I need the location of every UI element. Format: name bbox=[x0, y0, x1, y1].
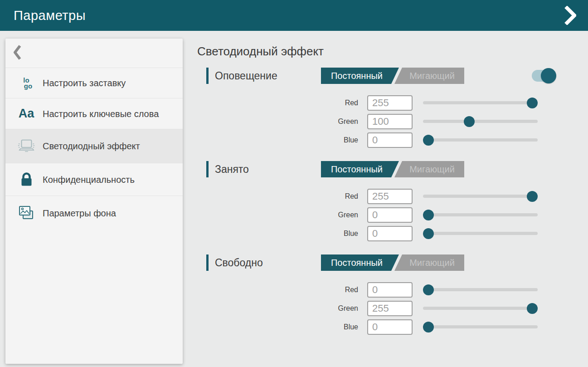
green-row: Green bbox=[206, 300, 588, 317]
slider-track bbox=[423, 101, 538, 104]
blue-slider[interactable] bbox=[423, 135, 538, 146]
green-value-input[interactable] bbox=[367, 207, 413, 223]
chevron-right-icon[interactable] bbox=[564, 6, 576, 25]
section-notification: Оповещение Постоянный Мигающий Red bbox=[197, 66, 588, 148]
slider-thumb[interactable] bbox=[423, 135, 434, 146]
red-slider[interactable] bbox=[423, 284, 538, 295]
red-value-input[interactable] bbox=[367, 282, 413, 298]
green-slider[interactable] bbox=[423, 303, 538, 314]
blue-value-input[interactable] bbox=[367, 226, 413, 241]
sidebar-item-keywords[interactable]: Aa Настроить ключевые слова bbox=[5, 98, 183, 129]
accent-bar bbox=[206, 161, 209, 177]
slider-track bbox=[423, 307, 538, 310]
led-screen-icon bbox=[16, 138, 36, 154]
slider-track bbox=[423, 213, 538, 216]
blue-label: Blue bbox=[320, 136, 358, 144]
green-row: Green bbox=[206, 113, 588, 130]
red-label: Red bbox=[320, 192, 358, 201]
green-value-input[interactable] bbox=[367, 301, 413, 316]
settings-sidebar: lo go Настроить заставку Aa Настроить кл… bbox=[5, 39, 183, 364]
app-title: Параметры bbox=[14, 8, 86, 23]
slider-thumb[interactable] bbox=[527, 191, 538, 202]
green-label: Green bbox=[320, 211, 358, 219]
blue-row: Blue bbox=[206, 132, 588, 148]
red-row: Red bbox=[206, 282, 588, 298]
mode-blinking-button[interactable]: Мигающий bbox=[394, 68, 464, 84]
sidebar-item-splash-screen[interactable]: lo go Настроить заставку bbox=[5, 68, 183, 98]
red-row: Red bbox=[206, 95, 588, 111]
blue-value-input[interactable] bbox=[367, 132, 413, 148]
green-slider[interactable] bbox=[423, 116, 538, 127]
mode-solid-button[interactable]: Постоянный bbox=[321, 161, 399, 177]
section-title: Оповещение bbox=[206, 68, 321, 84]
slider-track bbox=[423, 288, 538, 291]
sidebar-item-label: Настроить ключевые слова bbox=[43, 108, 159, 120]
mode-toggle-busy: Постоянный Мигающий bbox=[321, 161, 464, 177]
accent-bar bbox=[206, 254, 209, 271]
sidebar-item-led-effect[interactable]: Светодиодный эффект bbox=[5, 129, 183, 163]
section-title: Занято bbox=[206, 161, 321, 177]
mode-toggle-free: Постоянный Мигающий bbox=[321, 254, 464, 271]
slider-track bbox=[423, 232, 538, 235]
slider-track bbox=[423, 325, 538, 328]
red-row: Red bbox=[206, 188, 588, 205]
sidebar-item-label: Настроить заставку bbox=[43, 77, 126, 89]
green-label: Green bbox=[320, 304, 358, 313]
green-row: Green bbox=[206, 207, 588, 223]
slider-thumb[interactable] bbox=[423, 322, 434, 333]
section-title: Свободно bbox=[206, 254, 321, 271]
slider-thumb[interactable] bbox=[464, 116, 475, 127]
section-free: Свободно Постоянный Мигающий Red Green bbox=[197, 253, 588, 335]
mode-solid-button[interactable]: Постоянный bbox=[321, 68, 399, 84]
background-images-icon bbox=[16, 205, 36, 221]
section-busy: Занято Постоянный Мигающий Red Green bbox=[197, 159, 588, 242]
sidebar-item-label: Конфиденциальность bbox=[43, 174, 135, 186]
red-slider[interactable] bbox=[423, 191, 538, 202]
sidebar-collapse-button[interactable] bbox=[5, 39, 183, 68]
app-header: Параметры bbox=[0, 0, 588, 31]
switch-knob bbox=[541, 68, 556, 83]
red-label: Red bbox=[320, 286, 358, 294]
red-slider[interactable] bbox=[423, 98, 538, 108]
sidebar-item-label: Параметры фона bbox=[43, 207, 116, 219]
sidebar-item-privacy[interactable]: Конфиденциальность bbox=[5, 163, 183, 196]
blue-slider[interactable] bbox=[423, 228, 538, 239]
blue-slider[interactable] bbox=[423, 322, 538, 333]
red-value-input[interactable] bbox=[367, 189, 413, 204]
slider-thumb[interactable] bbox=[527, 303, 538, 314]
blue-row: Blue bbox=[206, 225, 588, 242]
slider-thumb[interactable] bbox=[527, 98, 538, 108]
led-effect-panel: Светодиодный эффект Оповещение Постоянны… bbox=[197, 41, 588, 346]
sidebar-item-label: Светодиодный эффект bbox=[43, 140, 140, 152]
mode-blinking-button[interactable]: Мигающий bbox=[394, 254, 464, 271]
slider-thumb[interactable] bbox=[423, 228, 434, 239]
green-value-input[interactable] bbox=[367, 114, 413, 129]
slider-thumb[interactable] bbox=[423, 284, 434, 295]
slider-track bbox=[423, 138, 538, 142]
mode-solid-button[interactable]: Постоянный bbox=[321, 254, 399, 271]
red-label: Red bbox=[320, 99, 358, 107]
page-title: Светодиодный эффект bbox=[197, 44, 588, 59]
chevron-left-icon bbox=[14, 45, 21, 62]
slider-thumb[interactable] bbox=[423, 210, 434, 220]
blue-row: Blue bbox=[206, 319, 588, 335]
slider-track bbox=[423, 195, 538, 198]
logo-icon: lo go bbox=[16, 77, 36, 89]
notification-led-switch[interactable] bbox=[532, 70, 553, 82]
text-Aa-icon: Aa bbox=[16, 108, 36, 120]
red-value-input[interactable] bbox=[367, 95, 413, 111]
mode-blinking-button[interactable]: Мигающий bbox=[394, 161, 464, 177]
green-slider[interactable] bbox=[423, 210, 538, 220]
sidebar-item-background[interactable]: Параметры фона bbox=[5, 196, 183, 230]
blue-label: Blue bbox=[320, 323, 358, 331]
blue-label: Blue bbox=[320, 230, 358, 238]
accent-bar bbox=[206, 68, 209, 84]
lock-icon bbox=[16, 172, 36, 186]
blue-value-input[interactable] bbox=[367, 319, 413, 335]
mode-toggle-notification: Постоянный Мигающий bbox=[321, 68, 464, 84]
green-label: Green bbox=[320, 117, 358, 126]
slider-track bbox=[423, 120, 538, 123]
